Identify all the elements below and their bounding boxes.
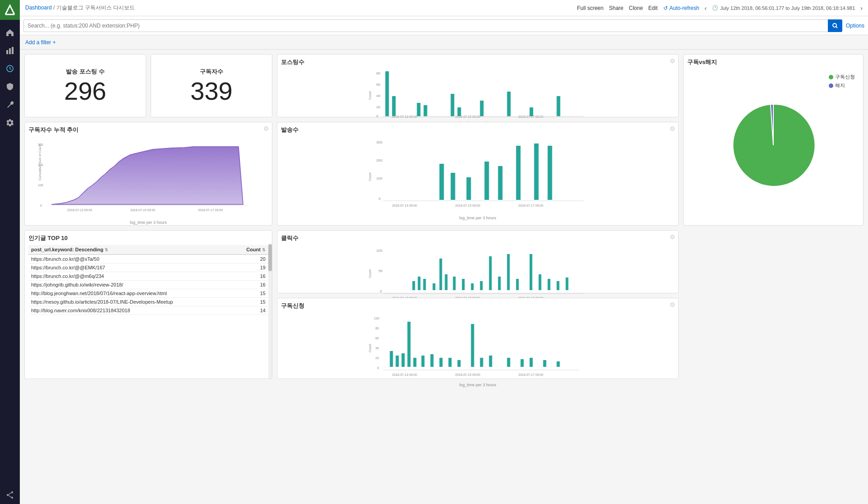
sidebar-icon-shield[interactable] xyxy=(0,78,20,96)
svg-rect-21 xyxy=(507,92,511,116)
svg-text:2018-07-15 09:00: 2018-07-15 09:00 xyxy=(455,204,480,207)
breadcrumb: Dashboard / 기술블로그 구독서비스 다시보드 xyxy=(25,4,135,12)
sidebar-icon-gear[interactable] xyxy=(0,114,20,132)
sidebar-icon-home[interactable] xyxy=(0,23,20,42)
svg-text:20: 20 xyxy=(377,105,381,109)
svg-rect-64 xyxy=(440,259,442,290)
pie-legend: 구독신청 해지 xyxy=(829,74,855,89)
svg-text:40: 40 xyxy=(377,94,381,98)
svg-rect-70 xyxy=(489,256,492,290)
breadcrumb-home[interactable]: Dashboard xyxy=(25,5,52,11)
panel-subscribe-vs-unsubscribe: 구독vs해지 구독신청 xyxy=(683,54,863,226)
clone-button[interactable]: Clone xyxy=(629,5,643,11)
sidebar-bottom xyxy=(0,486,20,504)
svg-rect-95 xyxy=(422,356,425,367)
legend-label-subscribe: 구독신청 xyxy=(835,74,855,80)
svg-rect-18 xyxy=(451,94,455,116)
table-row: https://brunch.co.kr/@@m6q/23416 xyxy=(28,272,268,281)
svg-text:80: 80 xyxy=(377,71,381,75)
search-input[interactable] xyxy=(23,19,828,32)
svg-text:2018-07-13 09:00: 2018-07-13 09:00 xyxy=(392,373,417,376)
scrollbar-thumb[interactable] xyxy=(268,244,272,271)
options-button[interactable]: Options xyxy=(846,23,864,29)
add-filter-button[interactable]: Add a filter + xyxy=(25,39,56,46)
legend-item-unsubscribe: 해지 xyxy=(829,82,855,89)
svg-text:2018-07-17 09:00: 2018-07-17 09:00 xyxy=(519,204,543,207)
panel-broadcast-settings-icon[interactable]: ⚙ xyxy=(670,125,675,132)
svg-point-5 xyxy=(11,491,13,493)
row-url: http://blog.jeonghwan.net/2018/07/16/rea… xyxy=(28,289,234,298)
svg-rect-48 xyxy=(498,166,503,200)
svg-rect-2 xyxy=(12,47,14,54)
sidebar-icon-wrench[interactable] xyxy=(0,96,20,114)
sidebar-icon-share[interactable] xyxy=(0,486,20,504)
svg-rect-98 xyxy=(449,358,452,367)
edit-button[interactable]: Edit xyxy=(648,5,658,11)
top10-table: post_url.keyword: Descending ⇅ Count ⇅ h… xyxy=(28,245,268,315)
col-url-header[interactable]: post_url.keyword: Descending ⇅ xyxy=(28,245,234,254)
svg-rect-101 xyxy=(480,358,483,367)
auto-refresh-button[interactable]: ↺ Auto-refresh xyxy=(663,5,699,11)
svg-rect-103 xyxy=(507,358,510,367)
row-count: 15 xyxy=(234,289,268,298)
sidebar-icon-clock[interactable] xyxy=(0,60,20,78)
row-url: https://nesoy.github.io/articles/2018-07… xyxy=(28,298,234,306)
refresh-icon: ↺ xyxy=(663,5,668,11)
svg-rect-106 xyxy=(543,360,547,367)
col-count-header[interactable]: Count ⇅ xyxy=(234,245,268,254)
svg-rect-93 xyxy=(408,322,411,367)
time-range[interactable]: 🕐 July 12th 2018, 06:56:01.177 to July 1… xyxy=(712,5,855,11)
panel-pie-title: 구독vs해지 xyxy=(687,58,859,66)
panel-click-chart-title: 클릭수 xyxy=(281,234,675,242)
svg-rect-92 xyxy=(402,353,405,367)
sidebar-icon-chart[interactable] xyxy=(0,42,20,60)
sidebar-logo[interactable] xyxy=(0,0,20,20)
svg-rect-49 xyxy=(516,146,521,200)
svg-text:100: 100 xyxy=(38,184,43,187)
legend-label-unsubscribe: 해지 xyxy=(835,82,845,89)
svg-rect-46 xyxy=(467,177,471,200)
time-nav-right[interactable]: › xyxy=(860,5,863,12)
top10-table-wrapper[interactable]: post_url.keyword: Descending ⇅ Count ⇅ h… xyxy=(28,245,268,315)
time-nav-left[interactable]: ‹ xyxy=(705,5,707,12)
svg-rect-73 xyxy=(516,279,519,290)
row-count: 14 xyxy=(234,306,268,315)
svg-text:0: 0 xyxy=(380,289,382,293)
row-count: 15 xyxy=(234,298,268,306)
svg-rect-65 xyxy=(445,274,448,290)
panel-cumulative-settings-icon[interactable]: ⚙ xyxy=(263,125,269,132)
panel-top10: 인기글 TOP 10 post_url.keyword: Descending … xyxy=(24,230,272,379)
svg-rect-14 xyxy=(386,71,389,116)
share-button[interactable]: Share xyxy=(609,5,623,11)
svg-rect-23 xyxy=(557,96,560,116)
svg-rect-20 xyxy=(480,101,484,116)
row-url: https://brunch.co.kr/@@m6q/234 xyxy=(28,272,234,281)
fullscreen-button[interactable]: Full screen xyxy=(577,5,604,11)
legend-dot-subscribe xyxy=(829,75,833,79)
row-url: http://blog.naver.com/knix008/2213184320… xyxy=(28,306,234,315)
table-row: http://blog.jeonghwan.net/2018/07/16/rea… xyxy=(28,289,268,298)
panel-click-settings-icon[interactable]: ⚙ xyxy=(670,233,675,240)
panel-posting-settings-icon[interactable]: ⚙ xyxy=(670,57,675,65)
svg-text:40: 40 xyxy=(376,347,379,350)
panel-subscriber-count-value: 339 xyxy=(190,79,232,104)
scrollbar-track[interactable] xyxy=(268,244,272,379)
svg-text:Cumulative Sum of Count: Cumulative Sum of Count xyxy=(38,144,41,180)
svg-rect-50 xyxy=(534,143,539,200)
svg-rect-100 xyxy=(471,324,474,367)
svg-rect-107 xyxy=(557,361,560,367)
click-chart-svg: 100 50 0 Count xyxy=(281,245,675,304)
svg-rect-77 xyxy=(557,281,560,290)
svg-text:100: 100 xyxy=(374,317,380,320)
svg-rect-67 xyxy=(462,279,465,290)
svg-text:60: 60 xyxy=(376,337,379,340)
svg-text:2018-07-13 09:00: 2018-07-13 09:00 xyxy=(67,208,92,212)
svg-text:2018-07-17 09:00: 2018-07-17 09:00 xyxy=(519,373,543,376)
broadcast-chart-x-label: log_time per 3 hours xyxy=(281,216,675,220)
panel-posting-count-title: 발송 포스팅 수 xyxy=(66,68,104,76)
svg-text:2018-07-17 09:00: 2018-07-17 09:00 xyxy=(198,208,223,212)
panel-subscription-settings-icon[interactable]: ⚙ xyxy=(670,301,675,308)
search-button[interactable] xyxy=(828,19,842,32)
svg-text:Count: Count xyxy=(368,344,372,352)
row-count: 20 xyxy=(234,254,268,264)
